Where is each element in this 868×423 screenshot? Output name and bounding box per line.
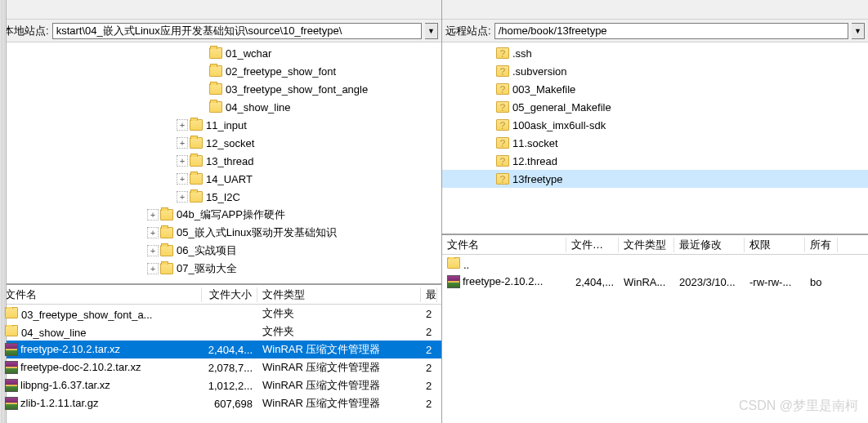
remote-path-bar: 远程站点: ▼ [442, 20, 868, 42]
tree-item[interactable]: +04_show_line [0, 98, 441, 116]
unknown-folder-icon [496, 118, 509, 131]
tree-item-label: 12_socket [206, 137, 254, 149]
tree-item[interactable]: +14_UART [0, 170, 441, 188]
file-name: 03_freetype_show_font_a... [21, 309, 152, 321]
local-path-input[interactable] [52, 23, 422, 39]
tree-item-label: 12.thread [512, 155, 557, 167]
expand-icon[interactable]: + [147, 263, 159, 274]
file-name: zlib-1.2.11.tar.gz [20, 397, 98, 409]
tree-item-label: 04_show_line [226, 101, 291, 114]
unknown-folder-icon [496, 82, 509, 96]
file-name: .. [463, 259, 469, 271]
cell-mod: 2 [421, 380, 437, 392]
col-header-mod[interactable]: 最 [421, 287, 437, 302]
folder-icon [160, 245, 173, 256]
gutter [0, 0, 7, 423]
tree-item[interactable]: .ssh [442, 44, 868, 62]
list-item[interactable]: zlib-1.2.11.tar.gz607,698WinRAR 压缩文件管理器2 [0, 394, 441, 412]
tree-item-label: 04b_编写APP操作硬件 [177, 207, 285, 222]
col-header-type[interactable]: 文件类型 [619, 238, 674, 252]
archive-icon [447, 275, 460, 288]
tree-item[interactable]: 100ask_imx6ull-sdk [442, 116, 868, 134]
toolbar-spacer [442, 0, 868, 20]
col-header-size[interactable]: 文件大小 [202, 287, 257, 302]
local-grid-header[interactable]: 文件名 文件大小 文件类型 最 [0, 285, 441, 305]
cell-mod: 2 [421, 362, 437, 374]
folder-icon [209, 101, 222, 113]
col-header-perm[interactable]: 权限 [745, 238, 805, 252]
expand-icon[interactable]: + [147, 209, 159, 220]
expand-icon[interactable]: + [177, 173, 188, 185]
tree-item[interactable]: +11_input [0, 116, 441, 134]
cell-type: WinRAR 压缩文件管理器 [257, 360, 421, 375]
cell-perm: -rw-rw-... [745, 276, 805, 288]
folder-icon [209, 47, 222, 59]
col-header-own[interactable]: 所有 [805, 238, 838, 252]
tree-item[interactable]: +04b_编写APP操作硬件 [0, 206, 441, 224]
col-header-mod[interactable]: 最近修改 [674, 238, 745, 252]
tree-item-label: 13_thread [206, 155, 254, 167]
local-panel: 本地站点: ▼ +01_wchar+02_freetype_show_font+… [0, 0, 442, 423]
list-item[interactable]: freetype-2.10.2.tar.xz2,404,4...WinRAR 压… [0, 341, 441, 358]
local-path-dropdown[interactable]: ▼ [425, 23, 438, 39]
list-item[interactable]: libpng-1.6.37.tar.xz1,012,2...WinRAR 压缩文… [0, 376, 441, 394]
expand-icon[interactable]: + [177, 119, 188, 131]
list-item[interactable]: 04_show_line文件夹2 [0, 323, 441, 341]
tree-item[interactable]: +06_实战项目 [0, 242, 441, 260]
folder-icon [209, 83, 222, 95]
list-item[interactable]: .. [442, 255, 868, 273]
list-item[interactable]: 03_freetype_show_font_a...文件夹2 [0, 305, 441, 323]
tree-item-label: 11.socket [512, 137, 558, 149]
tree-item[interactable]: 05_general_Makefile [442, 98, 868, 116]
tree-item[interactable]: +05_嵌入式Linux驱动开发基础知识 [0, 224, 441, 242]
expand-icon[interactable]: + [147, 245, 159, 256]
cell-type: 文件夹 [257, 306, 421, 321]
expand-icon[interactable]: + [147, 227, 159, 238]
col-header-name[interactable]: 文件名 [0, 287, 202, 302]
tree-item[interactable]: 11.socket [442, 134, 868, 152]
archive-icon [5, 361, 18, 374]
expand-icon[interactable]: + [177, 137, 188, 149]
expand-icon[interactable]: + [177, 191, 188, 203]
cell-own: bo [805, 276, 838, 288]
tree-item[interactable]: +13_thread [0, 152, 441, 170]
tree-item[interactable]: .subversion [442, 62, 868, 80]
list-item[interactable]: freetype-2.10.2...2,404,...WinRA...2023/… [442, 273, 868, 291]
local-tree[interactable]: +01_wchar+02_freetype_show_font+03_freet… [0, 42, 441, 284]
col-header-name[interactable]: 文件名 [442, 238, 566, 252]
tree-item[interactable]: 13freetype [442, 170, 868, 188]
cell-size: 2,404,... [566, 276, 619, 288]
cell-size: 2,404,4... [202, 344, 257, 356]
remote-path-dropdown[interactable]: ▼ [852, 23, 865, 39]
remote-path-input[interactable] [494, 23, 848, 39]
local-path-label: 本地站点: [3, 24, 49, 38]
tree-item[interactable]: +15_I2C [0, 188, 441, 206]
file-name: libpng-1.6.37.tar.xz [20, 379, 110, 391]
list-item[interactable]: freetype-doc-2.10.2.tar.xz2,078,7...WinR… [0, 358, 441, 376]
tree-item-label: 13freetype [512, 173, 562, 185]
folder-icon [160, 263, 173, 274]
unknown-folder-icon [496, 100, 509, 114]
remote-tree[interactable]: .ssh.subversion003_Makefile05_general_Ma… [442, 42, 868, 234]
expand-icon[interactable]: + [177, 155, 188, 167]
tree-item-label: 14_UART [206, 173, 253, 185]
tree-item[interactable]: 12.thread [442, 152, 868, 170]
folder-icon [209, 65, 222, 77]
cell-type: WinRAR 压缩文件管理器 [257, 342, 421, 357]
folder-icon [190, 191, 203, 203]
remote-grid-header[interactable]: 文件名 文件大小 文件类型 最近修改 权限 所有 [442, 235, 868, 255]
tree-item[interactable]: +07_驱动大全 [0, 260, 441, 278]
tree-item[interactable]: +12_socket [0, 134, 441, 152]
tree-item[interactable]: 003_Makefile [442, 80, 868, 98]
col-header-size[interactable]: 文件大小 [566, 238, 619, 252]
archive-icon [5, 343, 18, 356]
cell-mod: 2 [421, 308, 437, 320]
tree-item-label: 07_驱动大全 [177, 261, 237, 276]
tree-item-label: 06_实战项目 [177, 243, 237, 258]
col-header-type[interactable]: 文件类型 [257, 287, 421, 302]
tree-item[interactable]: +03_freetype_show_font_angle [0, 80, 441, 98]
unknown-folder-icon [496, 154, 509, 167]
tree-item[interactable]: +01_wchar [0, 44, 441, 62]
folder-icon [190, 119, 203, 131]
tree-item[interactable]: +02_freetype_show_font [0, 62, 441, 80]
